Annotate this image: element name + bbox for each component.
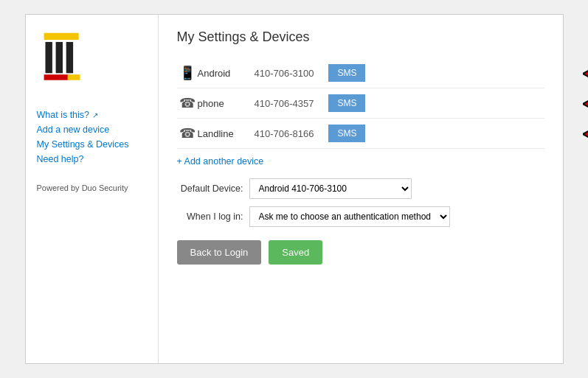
need-help-label: Need help? <box>37 154 84 164</box>
logo-svg <box>37 29 89 88</box>
device-row-phone: ☎ phone 410-706-4357 SMS SMS2 <box>177 88 544 119</box>
android-number: 410-706-3100 <box>255 68 314 79</box>
powered-by: Powered by Duo Security <box>37 183 147 192</box>
phone-arrow <box>583 90 589 118</box>
saved-button[interactable]: Saved <box>269 240 322 265</box>
default-device-row: Default Device: Android 410-706-3100 <box>177 178 544 199</box>
buttons-row: Back to Login Saved <box>177 240 544 265</box>
svg-rect-4 <box>44 74 68 80</box>
default-device-label: Default Device: <box>177 183 243 194</box>
svg-rect-1 <box>45 42 52 73</box>
svg-rect-0 <box>44 33 78 40</box>
landline-annotation: SMS3 <box>583 120 589 148</box>
device-row-landline: ☎ Landline 410-706-8166 SMS SMS3 <box>177 119 544 149</box>
phone-icon: ☎ <box>177 95 198 111</box>
when-login-select[interactable]: Ask me to choose an authentication metho… <box>249 206 450 227</box>
svg-marker-8 <box>583 120 589 148</box>
main-container: What is this? ↗ Add a new device My Sett… <box>25 14 564 364</box>
phone-sms-button[interactable]: SMS <box>328 94 365 112</box>
add-device-label: Add a new device <box>37 125 110 135</box>
settings-form: Default Device: Android 410-706-3100 Whe… <box>177 178 544 227</box>
landline-arrow <box>583 120 589 148</box>
sidebar: What is this? ↗ Add a new device My Sett… <box>26 15 159 363</box>
what-is-this-label: What is this? <box>37 110 90 120</box>
page-title: My Settings & Devices <box>177 29 544 45</box>
add-another-device-link[interactable]: + Add another device <box>177 156 544 167</box>
android-annotation: SMS1 <box>583 60 589 88</box>
landline-sms-button[interactable]: SMS <box>328 125 365 142</box>
android-name: Android <box>198 68 246 79</box>
main-panel: My Settings & Devices 📱 Android 410-706-… <box>159 15 563 363</box>
landline-name: Landline <box>198 128 246 139</box>
devices-list: 📱 Android 410-706-3100 SMS SMS1 ☎ pho <box>177 58 544 149</box>
android-arrow <box>583 60 589 88</box>
svg-marker-6 <box>583 60 589 88</box>
phone-annotation: SMS2 <box>583 90 589 118</box>
when-login-row: When I log in: Ask me to choose an authe… <box>177 206 544 227</box>
landline-icon: ☎ <box>177 125 198 141</box>
my-settings-label: My Settings & Devices <box>37 139 129 150</box>
phone-number: 410-706-4357 <box>255 98 314 109</box>
landline-number: 410-706-8166 <box>255 128 314 139</box>
default-device-select[interactable]: Android 410-706-3100 <box>249 178 412 199</box>
logo <box>37 29 147 91</box>
when-login-label: When I log in: <box>177 211 243 222</box>
back-to-login-button[interactable]: Back to Login <box>177 240 262 265</box>
phone-name: phone <box>198 98 246 109</box>
what-is-this-link[interactable]: What is this? ↗ <box>37 110 147 120</box>
svg-rect-5 <box>67 74 80 80</box>
android-icon: 📱 <box>177 65 198 81</box>
svg-rect-2 <box>55 42 62 73</box>
add-device-link[interactable]: Add a new device <box>37 125 147 135</box>
svg-rect-3 <box>66 42 72 73</box>
device-row-android: 📱 Android 410-706-3100 SMS SMS1 <box>177 58 544 88</box>
android-sms-button[interactable]: SMS <box>328 64 365 82</box>
my-settings-link[interactable]: My Settings & Devices <box>37 139 147 150</box>
need-help-link[interactable]: Need help? <box>37 154 147 164</box>
external-icon: ↗ <box>92 111 98 119</box>
svg-marker-7 <box>583 90 589 118</box>
